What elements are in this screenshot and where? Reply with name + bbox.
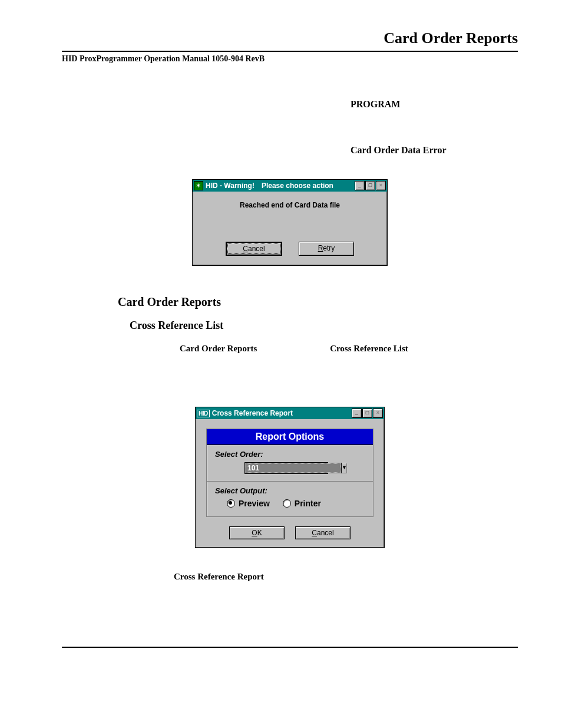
minimize-button[interactable]: _ [355,181,365,190]
warning-title-primary: HID - Warning! [206,182,254,190]
report-options-group: Report Options Select Order: ▼ Select Ou… [206,429,373,517]
inline-reports: Card Order Reports [180,344,257,353]
close-button[interactable]: × [373,409,383,418]
report-dialog: HID Cross Reference Report _ □ × Report … [195,407,385,548]
warning-message: Reached end of Card Data file [199,201,381,209]
warning-dialog: ✶ HID - Warning! Please choose action _ … [192,179,388,266]
error-label: Card Order Data Error [351,145,518,156]
footer-rule [62,647,518,648]
radio-printer-label: Printer [295,499,321,508]
warning-titlebar[interactable]: ✶ HID - Warning! Please choose action _ … [193,180,387,192]
program-label: PROGRAM [351,99,518,110]
radio-icon [227,499,235,508]
ok-button[interactable]: OK [229,526,285,539]
page-title: Card Order Reports [62,29,518,47]
retry-button[interactable]: Retry [299,242,354,256]
maximize-button[interactable]: □ [362,409,372,418]
radio-icon [283,499,291,508]
section-card-order-reports: Card Order Reports [118,295,518,309]
radio-printer[interactable]: Printer [283,499,321,508]
figure-caption: Cross Reference Report [174,572,518,582]
report-titlebar[interactable]: HID Cross Reference Report _ □ × [196,407,384,419]
header-rule [62,51,518,52]
report-title: Cross Reference Report [212,409,293,417]
radio-preview[interactable]: Preview [227,499,270,508]
app-icon: ✶ [194,181,203,190]
cancel-button[interactable]: Cancel [295,526,351,539]
section-cross-reference-list: Cross Reference List [130,319,518,332]
report-options-title: Report Options [207,429,373,445]
cancel-button[interactable]: Cancel [226,242,282,256]
maximize-button[interactable]: □ [365,181,375,190]
select-order-label: Select Order: [215,450,365,459]
order-combo[interactable]: ▼ [244,462,328,474]
hid-logo-icon: HID [197,410,210,417]
order-input[interactable] [245,463,341,473]
inline-cross: Cross Reference List [330,344,408,354]
minimize-button[interactable]: _ [352,409,362,418]
chevron-down-icon[interactable]: ▼ [341,463,347,473]
close-button[interactable]: × [376,181,386,190]
radio-preview-label: Preview [239,499,270,508]
warning-title-secondary: Please choose action [262,182,333,190]
manual-reference: HID ProxProgrammer Operation Manual 1050… [62,54,518,64]
select-output-label: Select Output: [215,486,365,495]
inline-labels: Card Order Reports Cross Reference List [180,344,518,354]
